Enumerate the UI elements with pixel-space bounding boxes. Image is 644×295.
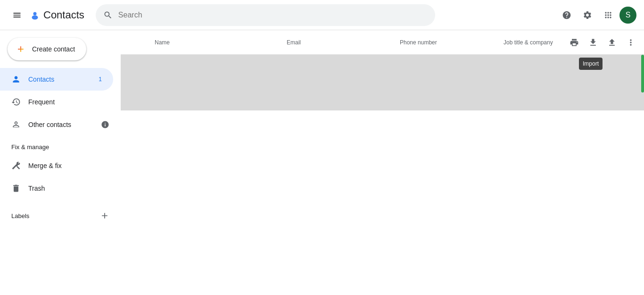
main-layout: Create contact Contacts 1 Frequent Other… xyxy=(0,30,644,295)
col-name: Name xyxy=(155,39,287,46)
search-icon xyxy=(103,10,113,20)
table-header: Name Email Phone number Job title & comp… xyxy=(121,30,644,55)
settings-button[interactable] xyxy=(578,6,597,25)
sidebar-item-frequent[interactable]: Frequent xyxy=(0,91,113,113)
menu-button[interactable] xyxy=(8,6,26,25)
col-email: Email xyxy=(287,39,400,46)
help-button[interactable] xyxy=(557,6,576,25)
search-input[interactable] xyxy=(118,11,428,19)
fix-manage-section-header: Fix & manage xyxy=(0,136,121,154)
build-icon xyxy=(11,161,21,170)
svg-point-0 xyxy=(33,12,37,15)
contacts-badge: 1 xyxy=(99,76,102,83)
labels-section: Labels xyxy=(0,200,121,228)
sidebar-item-merge-fix[interactable]: Merge & fix xyxy=(0,154,113,177)
sidebar-item-other-contacts[interactable]: Other contacts xyxy=(0,113,113,136)
create-contact-label: Create contact xyxy=(32,45,75,53)
app-title: Contacts xyxy=(43,9,84,21)
header: Contacts S xyxy=(0,0,644,30)
col-phone: Phone number xyxy=(400,39,504,46)
trash-label: Trash xyxy=(28,185,102,192)
merge-fix-label: Merge & fix xyxy=(28,162,102,169)
create-contact-button[interactable]: Create contact xyxy=(8,38,86,60)
logo-area: Contacts xyxy=(30,9,84,21)
import-tooltip: Import xyxy=(579,58,603,70)
svg-point-1 xyxy=(32,15,38,19)
plus-icon xyxy=(15,43,26,55)
frequent-label: Frequent xyxy=(28,98,102,106)
print-button[interactable] xyxy=(565,33,584,52)
contacts-label: Contacts xyxy=(28,76,91,83)
add-label-button[interactable] xyxy=(96,207,113,224)
table-header-actions: Import xyxy=(565,30,644,55)
sidebar: Create contact Contacts 1 Frequent Other… xyxy=(0,30,121,295)
user-avatar[interactable]: S xyxy=(619,7,636,24)
apps-button[interactable] xyxy=(599,6,618,25)
history-icon xyxy=(11,97,21,107)
sidebar-item-contacts[interactable]: Contacts 1 xyxy=(0,68,113,91)
other-contacts-info-icon[interactable] xyxy=(101,120,109,129)
labels-title: Labels xyxy=(11,212,29,219)
export-button[interactable] xyxy=(584,33,603,52)
other-contacts-label: Other contacts xyxy=(28,121,93,128)
sidebar-item-trash[interactable]: Trash xyxy=(0,177,113,200)
import-button[interactable]: Import xyxy=(603,33,621,52)
person-outline-icon xyxy=(11,120,21,129)
app-logo-icon xyxy=(30,10,40,20)
content-area: Name Email Phone number Job title & comp… xyxy=(121,30,644,295)
person-icon xyxy=(11,75,21,84)
search-bar[interactable] xyxy=(96,4,435,26)
scroll-indicator[interactable] xyxy=(641,55,644,93)
more-button[interactable] xyxy=(621,33,640,52)
header-actions: S xyxy=(557,6,636,25)
trash-icon xyxy=(11,184,21,193)
gray-content-block xyxy=(121,55,644,110)
